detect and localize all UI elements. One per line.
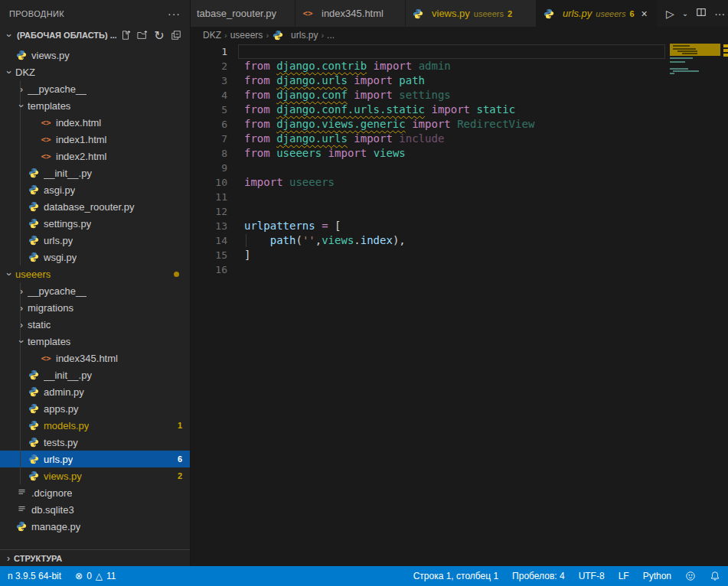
encoding-status[interactable]: UTF-8 [579, 571, 605, 581]
tree-item-db-sqlite3[interactable]: db.sqlite3 [0, 501, 190, 518]
code-token: from [244, 60, 270, 72]
more-actions-icon[interactable]: ··· [714, 8, 725, 20]
tree-item-models-py[interactable]: models.py1 [0, 417, 190, 434]
tree-folder-useeers[interactable]: ›useeers [0, 265, 190, 282]
tree-item-tests-py[interactable]: tests.py [0, 434, 190, 451]
minimap[interactable] [670, 44, 723, 143]
line-number: 8 [191, 146, 227, 161]
code-editor[interactable]: 12from django.contrib import admin3from … [191, 44, 728, 277]
language-mode-status[interactable]: Python [643, 571, 671, 581]
cursor-position-status[interactable]: Строка 1, столбец 1 [413, 571, 498, 581]
minimap-code-mark [677, 50, 697, 52]
tree-folder-dkz[interactable]: ›DKZ [0, 63, 190, 80]
line-number: 1 [191, 44, 227, 59]
refresh-icon[interactable]: ↻ [152, 28, 167, 43]
code-token [270, 74, 276, 86]
overview-ruler[interactable] [723, 44, 728, 197]
tree-item-index-html[interactable]: <>index.html [0, 114, 190, 131]
code-line-14[interactable]: 14 path('',views.index), [191, 233, 728, 248]
run-python-file-icon[interactable]: ▷ [666, 8, 674, 20]
tree-item-admin-py[interactable]: admin.py [0, 383, 190, 400]
code-line-text: from django.conf.urls.static import stat… [227, 103, 515, 117]
tree-item--init-py[interactable]: __init__.py [0, 164, 190, 181]
code-line-7[interactable]: 7from django.urls import include [191, 132, 728, 146]
line-number: 9 [191, 161, 227, 175]
eol-status[interactable]: LF [619, 571, 629, 581]
code-token [270, 118, 276, 130]
code-token [451, 118, 457, 130]
breadcrumb-item-dkz[interactable]: DKZ [203, 30, 221, 41]
outline-section-header[interactable]: › СТРУКТУРА [0, 549, 190, 566]
code-line-9[interactable]: 9 [191, 161, 728, 175]
close-icon[interactable]: × [641, 8, 648, 20]
code-line-5[interactable]: 5from django.conf.urls.static import sta… [191, 103, 728, 117]
code-line-6[interactable]: 6from django.views.generic import Redire… [191, 117, 728, 132]
tab-tabase-roouter-py[interactable]: tabase_roouter.py [191, 0, 295, 27]
collapse-all-icon[interactable] [168, 28, 184, 43]
new-folder-icon[interactable] [135, 28, 150, 43]
code-line-3[interactable]: 3from django.urls import path [191, 73, 728, 88]
tree-item-apps-py[interactable]: apps.py [0, 400, 190, 417]
code-token: django.contrib [276, 60, 367, 72]
tree-item-asgi-py[interactable]: asgi.py [0, 181, 190, 198]
problems-status[interactable]: ⊗ 0 △ 11 [75, 571, 116, 581]
tab-views-py[interactable]: views.pyuseeers2 [406, 0, 537, 27]
tree-item-index1-html[interactable]: <>index1.html [0, 131, 190, 148]
new-file-icon[interactable] [118, 28, 133, 43]
code-line-text: from django.conf import settings [227, 88, 451, 103]
code-line-11[interactable]: 11 [191, 190, 728, 204]
tab-problems-badge: 6 [629, 9, 634, 18]
workspace-section-header[interactable]: › (РАБОЧАЯ ОБЛАСТЬ) ... ↻ [0, 27, 190, 44]
tree-item-label: index.html [56, 117, 101, 129]
code-line-2[interactable]: 2from django.contrib import admin [191, 59, 728, 73]
code-line-1[interactable]: 1 [191, 44, 728, 59]
tree-folder--pycache-[interactable]: ›__pycache__ [0, 282, 190, 299]
tree-item--dcignore[interactable]: .dcignore [0, 484, 190, 501]
breadcrumb-item-urls-py[interactable]: urls.py [272, 29, 318, 41]
code-line-12[interactable]: 12 [191, 204, 728, 219]
tree-folder-templates[interactable]: ›templates [0, 333, 190, 350]
code-line-10[interactable]: 10import useeers [191, 175, 728, 190]
tree-item--init-py[interactable]: __init__.py [0, 366, 190, 383]
split-editor-icon[interactable] [696, 7, 707, 20]
tree-item-label: db.sqlite3 [31, 504, 74, 516]
tree-item-settings-py[interactable]: settings.py [0, 215, 190, 232]
breadcrumb-item--[interactable]: ... [327, 30, 335, 41]
code-token: urlpatterns [244, 220, 315, 232]
tree-item-index345-html[interactable]: <>index345.html [0, 350, 190, 366]
code-line-16[interactable]: 16 [191, 262, 728, 277]
tab-index345-html[interactable]: <>index345.html [295, 0, 406, 27]
tree-folder-migrations[interactable]: ›migrations [0, 299, 190, 316]
editor-actions: ▷⌄··· [657, 0, 728, 27]
tab-urls-py[interactable]: urls.pyuseeers6× [537, 0, 657, 27]
code-line-15[interactable]: 15] [191, 248, 728, 262]
notifications-bell-icon[interactable] [710, 571, 720, 581]
feedback-icon[interactable] [685, 571, 696, 581]
indentation-status[interactable]: Пробелов: 4 [512, 571, 565, 581]
code-line-4[interactable]: 4from django.conf import settings [191, 88, 728, 103]
tab-label: tabase_roouter.py [197, 8, 276, 19]
tree-folder--pycache-[interactable]: ›__pycache__ [0, 80, 190, 97]
tree-folder-templates[interactable]: ›templates [0, 97, 190, 114]
tree-item-database-roouter-py[interactable]: database_roouter.py [0, 198, 190, 215]
chevron-down-icon: › [16, 335, 28, 347]
tree-item-index2-html[interactable]: <>index2.html [0, 148, 190, 164]
python-interpreter-status[interactable]: n 3.9.5 64-bit [8, 571, 61, 581]
code-token: from [244, 103, 270, 116]
tree-item-views-py[interactable]: views.py2 [0, 467, 190, 484]
warning-icon: △ [96, 571, 103, 581]
tree-folder-static[interactable]: ›static [0, 316, 190, 333]
explorer-more-actions-icon[interactable]: ··· [168, 8, 181, 20]
tree-item-urls-py[interactable]: urls.py [0, 232, 190, 249]
code-line-8[interactable]: 8from useeers import views [191, 146, 728, 161]
tree-item-urls-py[interactable]: urls.py6 [0, 451, 190, 467]
tree-item-wsgi-py[interactable]: wsgi.py [0, 249, 190, 265]
minimap-code-mark [673, 45, 690, 47]
code-line-13[interactable]: 13urlpatterns = [ [191, 219, 728, 233]
tree-item-manage-py[interactable]: manage.py [0, 518, 190, 535]
tree-item-views-py[interactable]: views.py [0, 47, 190, 63]
chevron-down-icon: › [4, 66, 15, 78]
run-dropdown-chevron-icon[interactable]: ⌄ [682, 9, 688, 18]
breadcrumb-item-useeers[interactable]: useeers [230, 30, 263, 41]
explorer-sidebar: ПРОВОДНИК ··· › (РАБОЧАЯ ОБЛАСТЬ) ... ↻ … [0, 0, 190, 566]
